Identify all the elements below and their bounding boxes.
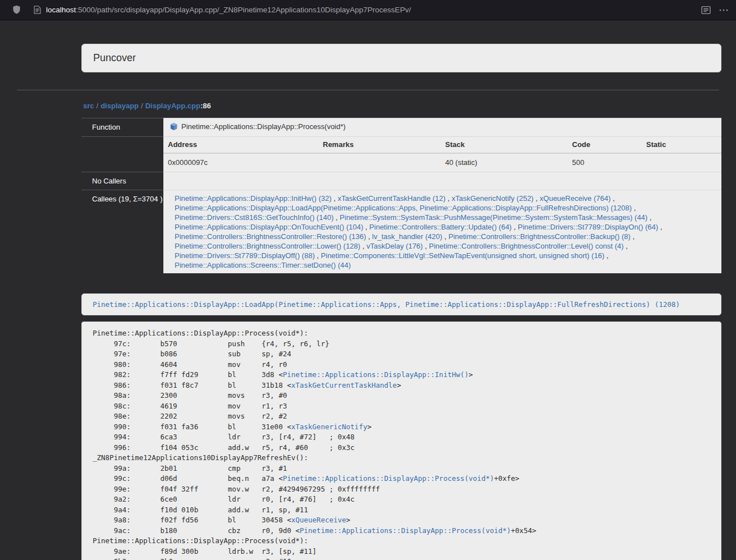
callee-link[interactable]: Pinetime::Drivers::St7789::DisplayOff() …: [175, 251, 315, 260]
disassembly-symbol-link[interactable]: Pinetime::Applications::DisplayApp::Proc…: [300, 526, 511, 535]
reader-view-icon[interactable]: [701, 6, 711, 15]
callee-link[interactable]: Pinetime::Controllers::BrightnessControl…: [429, 242, 624, 250]
disassembly-symbol-link[interactable]: xQueueReceive: [291, 516, 346, 524]
callee-link[interactable]: xTaskGetCurrentTaskHandle (12): [337, 194, 445, 203]
disassembly-pre: Pinetime::Applications::DisplayApp::Proc…: [93, 328, 710, 560]
stats-cell: Address Remarks Stack Code Static 0x0000…: [163, 137, 721, 172]
breadcrumb-separator: /: [139, 102, 145, 110]
breadcrumb-line-number: :86: [200, 102, 211, 110]
function-symbol-icon: [170, 122, 178, 133]
breadcrumb: src/displayapp/DisplayApp.cpp:86: [83, 102, 211, 110]
stats-header-remarks: Remarks: [318, 137, 441, 153]
breadcrumb-link-displayapp[interactable]: displayapp: [100, 102, 139, 110]
disassembly-panel: Pinetime::Applications::DisplayApp::Proc…: [81, 322, 721, 560]
page-title-panel: Puncover: [81, 44, 721, 72]
url-host[interactable]: localhost: [46, 6, 76, 14]
function-table: Function Pinetime::Applications::Display…: [81, 118, 721, 273]
breadcrumb-separator: /: [94, 102, 101, 110]
selected-callee-panel: Pinetime::Applications::DisplayApp::Load…: [81, 293, 721, 315]
function-row: Function Pinetime::Applications::Display…: [81, 118, 721, 137]
browser-toolbar: localhost:5000/path/src/displayapp/Displ…: [0, 0, 736, 20]
callee-link[interactable]: Pinetime::Drivers::St7789::DisplayOn() (…: [518, 223, 658, 231]
callee-link[interactable]: lv_task_handler (420): [372, 232, 442, 241]
stats-value-remarks: [318, 153, 441, 172]
callee-link[interactable]: Pinetime::Controllers::BrightnessControl…: [175, 232, 366, 241]
callee-link[interactable]: Pinetime::Applications::DisplayApp::Load…: [175, 204, 632, 212]
url-path[interactable]: :5000/path/src/displayapp/DisplayApp.cpp…: [76, 6, 411, 14]
stats-value-stack: 40 (static): [441, 153, 568, 172]
callee-link[interactable]: Pinetime::Components::LittleVgl::SetNewT…: [321, 251, 605, 260]
callee-link[interactable]: Pinetime::Applications::DisplayApp::Init…: [175, 194, 332, 203]
callee-link[interactable]: Pinetime::System::SystemTask::PushMessag…: [340, 213, 647, 222]
function-symbol: Pinetime::Applications::DisplayApp::Proc…: [181, 122, 346, 131]
stats-value-address: 0x0000097c: [163, 153, 318, 172]
breadcrumb-link-src[interactable]: src: [83, 102, 94, 110]
callee-link[interactable]: Pinetime::Drivers::Cst816S::GetTouchInfo…: [175, 213, 333, 222]
callee-link[interactable]: Pinetime::Controllers::BrightnessControl…: [175, 242, 360, 250]
stats-value-static: [642, 153, 721, 172]
callee-link[interactable]: xTaskGenericNotify (252): [452, 194, 534, 203]
symbol-stats-table: Address Remarks Stack Code Static 0x0000…: [163, 137, 721, 172]
page-title: Puncover: [93, 52, 136, 63]
row-label-function: Function: [81, 118, 163, 137]
callee-link[interactable]: xQueueReceive (764): [540, 194, 610, 203]
stats-value-row: 0x0000097c 40 (static) 500: [163, 153, 721, 172]
callees-row: Callees (19, Σ=3704 ) Pinetime::Applicat…: [81, 190, 721, 274]
url-bar[interactable]: localhost:5000/path/src/displayapp/Displ…: [46, 6, 411, 14]
shield-icon[interactable]: [12, 5, 21, 15]
disassembly-symbol-link[interactable]: Pinetime::Applications::DisplayApp::Init…: [283, 370, 469, 379]
stats-header-code: Code: [568, 137, 642, 153]
callees-list: Pinetime::Applications::DisplayApp::Init…: [163, 190, 721, 274]
row-label-no-callers: No Callers: [81, 172, 163, 190]
row-label-callees: Callees (19, Σ=3704 ): [81, 190, 163, 274]
callee-link[interactable]: vTaskDelay (176): [367, 242, 423, 250]
disassembly-symbol-link[interactable]: xTaskGenericNotify: [291, 423, 367, 431]
row-label-stats: [81, 137, 163, 172]
disassembly-symbol-link[interactable]: Pinetime::Applications::DisplayApp::Proc…: [283, 474, 494, 483]
disassembly-symbol-link[interactable]: xTaskGetCurrentTaskHandle: [291, 381, 397, 389]
callee-link[interactable]: Pinetime::Applications::DisplayApp::OnTo…: [175, 223, 363, 231]
stats-header-address: Address: [163, 137, 318, 153]
function-symbol-cell: Pinetime::Applications::DisplayApp::Proc…: [163, 118, 721, 137]
stats-header-static: Static: [642, 137, 721, 153]
page-info-icon[interactable]: [34, 6, 41, 14]
breadcrumb-link-file[interactable]: DisplayApp.cpp: [145, 102, 200, 110]
callee-link[interactable]: Pinetime::Controllers::Battery::Update()…: [369, 223, 512, 231]
no-callers-row: No Callers: [81, 172, 721, 190]
no-callers-cell: [163, 172, 721, 190]
overflow-menu-icon[interactable]: ⋯: [719, 5, 729, 15]
divider: [17, 90, 719, 90]
stats-header-stack: Stack: [441, 137, 568, 153]
selected-callee-link[interactable]: Pinetime::Applications::DisplayApp::Load…: [93, 300, 680, 309]
stats-row: Address Remarks Stack Code Static 0x0000…: [81, 137, 721, 172]
callee-link[interactable]: Pinetime::Controllers::BrightnessControl…: [449, 232, 630, 241]
callee-link[interactable]: Pinetime::Applications::Screens::Timer::…: [175, 261, 351, 269]
screen: localhost:5000/path/src/displayapp/Displ…: [0, 0, 736, 560]
stats-value-code: 500: [568, 153, 642, 172]
